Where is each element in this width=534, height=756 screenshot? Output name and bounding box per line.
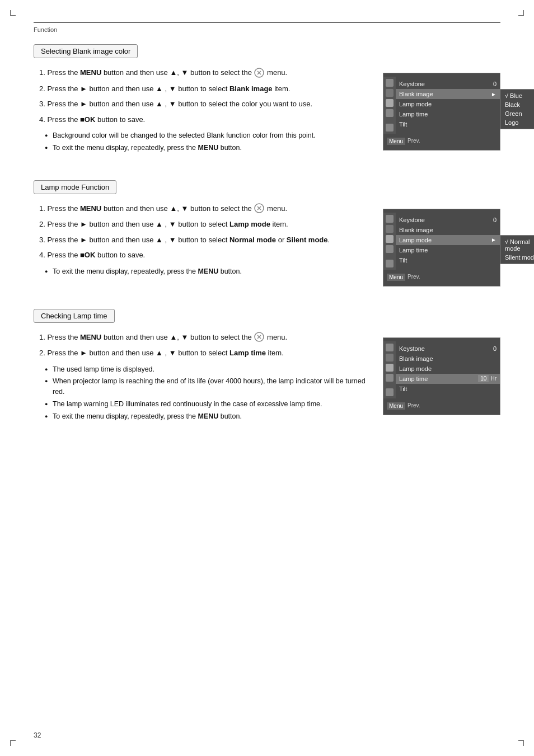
footer-menu-label-3: Menu bbox=[387, 402, 405, 410]
left-icon-2-2 bbox=[386, 225, 394, 233]
menu-label-lamp-mode-3: Lamp mode bbox=[399, 365, 496, 372]
left-icon-5 bbox=[386, 124, 394, 132]
menu-label-keystone-3: Keystone bbox=[399, 345, 491, 352]
footer-prev-label-1: Prev. bbox=[407, 138, 420, 145]
menu-row-keystone-3: Keystone 0 bbox=[396, 344, 500, 354]
menu-row-keystone-2: Keystone 0 bbox=[396, 215, 500, 225]
section-text-3: 1. Press the MENU button and then use ▲,… bbox=[34, 332, 372, 426]
menu-label-lamp-time-1: Lamp time bbox=[399, 111, 496, 118]
bullet-3-1: The used lamp time is displayed. bbox=[45, 364, 372, 375]
left-icon-3-5 bbox=[386, 388, 394, 396]
header-label: Function bbox=[34, 26, 500, 33]
menu-mockup-1: Keystone 0 Blank image ► √ Blue Black Gr… bbox=[383, 73, 500, 151]
submenu-item-green: Green bbox=[500, 109, 534, 118]
menu-row-tilt-3: Tilt bbox=[396, 384, 500, 394]
menu-label-blank-image: Blank image bbox=[399, 91, 489, 97]
corner-mark-tl bbox=[10, 10, 16, 16]
step-1-4: 4. Press the ■OK button to save. bbox=[39, 114, 372, 125]
bullet-2-1: To exit the menu display, repeatedly, pr… bbox=[45, 266, 372, 277]
lamp-time-unit: Hr bbox=[490, 375, 496, 382]
submenu-1: √ Blue Black Green Logo bbox=[500, 89, 534, 129]
bullet-list-3: The used lamp time is displayed. When pr… bbox=[45, 364, 372, 422]
menu-icon-wrench-2 bbox=[254, 203, 265, 214]
footer-prev-label-3: Prev. bbox=[407, 402, 420, 410]
menu-icon-wrench-3 bbox=[254, 331, 265, 342]
step-2-3: 3. Press the ► button and then use ▲ , ▼… bbox=[39, 234, 372, 246]
footer-menu-label-1: Menu bbox=[387, 138, 405, 145]
menu-label-blank-image-3: Blank image bbox=[399, 355, 496, 362]
menu-row-tilt-1: Tilt bbox=[396, 119, 500, 129]
section-title-checking-lamp: Checking Lamp time bbox=[34, 309, 115, 323]
left-icon-3-1 bbox=[386, 344, 394, 351]
section-blank-image-color: Selecting Blank image color 1. Press the… bbox=[34, 44, 500, 158]
header-line bbox=[34, 22, 500, 23]
left-icon-3 bbox=[386, 99, 394, 107]
bullet-list-2: To exit the menu display, repeatedly, pr… bbox=[45, 266, 372, 277]
menu-mockup-2: Keystone 0 Blank image Lamp mode ► √ Nor… bbox=[383, 209, 500, 287]
bullet-list-1: Background color will be changed to the … bbox=[45, 130, 372, 153]
submenu-item-blue-checked: √ Blue bbox=[500, 91, 534, 100]
menu-label-tilt-3: Tilt bbox=[399, 386, 496, 392]
menu-val-keystone-2: 0 bbox=[493, 217, 496, 223]
menu-label-tilt-1: Tilt bbox=[399, 121, 496, 128]
step-2-1: 1. Press the MENU button and then use ▲,… bbox=[39, 203, 372, 215]
section-text-2: 1. Press the MENU button and then use ▲,… bbox=[34, 203, 372, 281]
bullet-3-3: The lamp warning LED illuminates red con… bbox=[45, 399, 372, 410]
step-1-1: 1. Press the MENU button and then use ▲,… bbox=[39, 67, 372, 79]
submenu-item-black: Black bbox=[500, 100, 534, 109]
step-3-1: 1. Press the MENU button and then use ▲,… bbox=[39, 332, 372, 344]
section-inner-3: 1. Press the MENU button and then use ▲,… bbox=[34, 332, 500, 426]
step-num: 1. bbox=[39, 68, 47, 77]
step-2-2: 2. Press the ► button and then use ▲ , ▼… bbox=[39, 219, 372, 230]
menu-val-keystone-3: 0 bbox=[493, 345, 496, 352]
left-icon-3-3 bbox=[386, 364, 394, 372]
menu-footer-1: Menu Prev. bbox=[383, 136, 500, 147]
page-number: 32 bbox=[34, 731, 41, 739]
left-icon-3-2 bbox=[386, 354, 394, 361]
menu-arrow-blank: ► bbox=[491, 91, 496, 97]
step-list-3: 1. Press the MENU button and then use ▲,… bbox=[39, 332, 372, 359]
menu-row-lamp-mode-1: Lamp mode bbox=[396, 99, 500, 109]
menu-label-keystone: Keystone bbox=[399, 81, 491, 87]
section-inner-1: 1. Press the MENU button and then use ▲,… bbox=[34, 67, 500, 158]
menu-row-lamp-mode-2: Lamp mode ► √ Normal mode Silent mode bbox=[396, 235, 500, 245]
section-title-lamp-mode: Lamp mode Function bbox=[34, 180, 116, 194]
menu-row-lamp-mode-3: Lamp mode bbox=[396, 364, 500, 374]
footer-menu-label-2: Menu bbox=[387, 274, 405, 281]
left-icon-2 bbox=[386, 89, 394, 97]
section-text-1: 1. Press the MENU button and then use ▲,… bbox=[34, 67, 372, 158]
menu-footer-2: Menu Prev. bbox=[383, 272, 500, 283]
section-lamp-mode: Lamp mode Function 1. Press the MENU but… bbox=[34, 180, 500, 287]
menu-label-lamp-mode-1: Lamp mode bbox=[399, 101, 496, 107]
left-icon-2-1 bbox=[386, 215, 394, 223]
menu-row-lamp-time-3: Lamp time 10 Hr bbox=[396, 374, 500, 384]
bullet-3-4: To exit the menu display, repeatedly, pr… bbox=[45, 411, 372, 422]
menu-label-blank-image-2: Blank image bbox=[399, 227, 496, 233]
left-icon-4 bbox=[386, 109, 394, 117]
submenu-item-logo: Logo bbox=[500, 118, 534, 127]
menu-label-tilt-2: Tilt bbox=[399, 257, 496, 264]
corner-mark-br bbox=[518, 740, 524, 746]
section-inner-2: 1. Press the MENU button and then use ▲,… bbox=[34, 203, 500, 287]
menu-row-tilt-2: Tilt bbox=[396, 255, 500, 265]
bullet-1-2: To exit the menu display, repeatedly, pr… bbox=[45, 143, 372, 153]
left-icon-3-4 bbox=[386, 374, 394, 382]
submenu-item-silent: Silent mode bbox=[500, 253, 534, 262]
step-1-2: 2. Press the ► button and then use ▲ , ▼… bbox=[39, 83, 372, 95]
menu-row-lamp-time-1: Lamp time bbox=[396, 109, 500, 119]
menu-mockup-3: Keystone 0 Blank image Lamp mode Lamp ti… bbox=[383, 337, 500, 415]
corner-mark-bl bbox=[10, 740, 16, 746]
step-list-1: 1. Press the MENU button and then use ▲,… bbox=[39, 67, 372, 125]
step-1-3: 3. Press the ► button and then use ▲ , ▼… bbox=[39, 98, 372, 110]
bullet-3-2: When projector lamp is reaching the end … bbox=[45, 376, 372, 397]
menu-row-blank-image-2: Blank image bbox=[396, 225, 500, 235]
submenu-2: √ Normal mode Silent mode bbox=[500, 235, 534, 264]
menu-arrow-lamp: ► bbox=[491, 237, 496, 243]
submenu-item-normal-checked: √ Normal mode bbox=[500, 237, 534, 253]
menu-label-lamp-mode-2: Lamp mode bbox=[399, 237, 489, 243]
section-checking-lamp-time: Checking Lamp time 1. Press the MENU but… bbox=[34, 309, 500, 426]
left-icon-2-5 bbox=[386, 260, 394, 267]
menu-icon-wrench bbox=[254, 67, 265, 78]
lamp-time-value: 10 bbox=[478, 375, 489, 382]
step-3-2: 2. Press the ► button and then use ▲ , ▼… bbox=[39, 348, 372, 359]
